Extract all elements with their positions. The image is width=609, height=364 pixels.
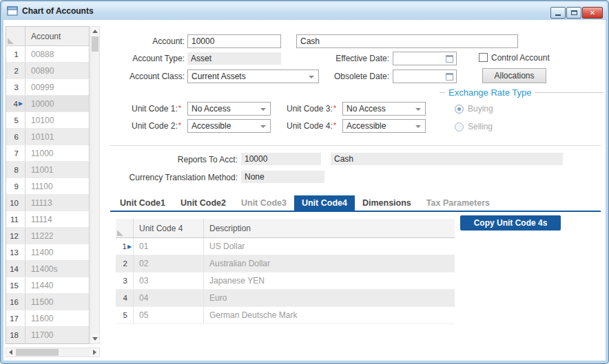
unit-code4-row[interactable]: 202Australian Dollar — [116, 255, 455, 272]
account-row[interactable]: 811001 — [6, 162, 89, 178]
description-cell[interactable]: Euro — [204, 290, 455, 306]
tab-unit-code4[interactable]: Unit Code4 — [294, 195, 355, 211]
account-number-cell[interactable]: 10000 — [25, 96, 89, 111]
account-number-cell[interactable]: 11100 — [25, 178, 89, 194]
accounts-column-header[interactable]: Account — [25, 27, 89, 45]
account-name-field[interactable]: Cash — [296, 34, 518, 48]
account-number-cell[interactable]: 11113 — [25, 195, 89, 211]
calendar-icon[interactable] — [446, 55, 453, 63]
account-number-cell[interactable]: 00890 — [25, 63, 89, 78]
unit-code-cell[interactable]: 03 — [134, 272, 204, 289]
account-row[interactable]: 911100 — [6, 178, 89, 195]
account-number-cell[interactable]: 11500 — [25, 294, 89, 310]
account-number-cell[interactable]: 10101 — [25, 129, 89, 144]
account-row[interactable]: 1111114 — [6, 211, 89, 228]
select-all-corner[interactable] — [116, 219, 134, 237]
obsolete-date-label: Obsolete Date: — [307, 72, 389, 81]
description-cell[interactable]: German Deutsche Mark — [204, 307, 455, 323]
effective-date-field[interactable] — [393, 52, 457, 65]
account-row[interactable]: 1311400 — [6, 244, 89, 261]
unit-code4-column-header[interactable]: Unit Code 4 — [134, 219, 204, 237]
account-row[interactable]: 1411400s — [6, 261, 89, 277]
select-all-corner[interactable] — [6, 27, 25, 45]
scroll-down-button[interactable] — [91, 334, 99, 343]
account-number-cell[interactable]: 10100 — [25, 112, 89, 128]
account-row[interactable]: 100888 — [6, 46, 89, 63]
account-row[interactable]: 510100 — [6, 112, 89, 129]
control-account-checkbox[interactable]: Control Account — [479, 52, 550, 63]
account-number-cell[interactable]: 11700 — [25, 327, 89, 343]
account-class-dropdown[interactable]: Current Assets — [187, 69, 319, 83]
tab-unit-code3[interactable]: Unit Code3 — [234, 195, 294, 211]
maximize-button[interactable] — [566, 7, 581, 19]
account-row[interactable]: 1211222 — [6, 228, 89, 244]
account-name-value: Cash — [300, 36, 320, 46]
tab-unit-code1[interactable]: Unit Code1 — [112, 195, 173, 211]
tab-unit-code2[interactable]: Unit Code2 — [173, 195, 234, 211]
account-number-cell[interactable]: 11400s — [25, 261, 89, 277]
required-marker: * — [178, 104, 181, 112]
accounts-horizontal-scrollbar[interactable] — [6, 347, 100, 357]
copy-unit-code-4s-button[interactable]: Copy Unit Code 4s — [460, 215, 561, 231]
account-number-cell[interactable]: 11440 — [25, 277, 89, 293]
unit-code-cell[interactable]: 01 — [134, 238, 204, 255]
row-number: 8 — [6, 162, 25, 178]
account-row[interactable]: 300999 — [6, 79, 89, 96]
account-number-cell[interactable]: 11600 — [25, 310, 89, 326]
horizontal-scrollbar-thumb[interactable] — [16, 349, 59, 356]
account-number-cell[interactable]: 11000 — [25, 145, 89, 161]
account-number-cell[interactable]: 00888 — [25, 46, 89, 62]
description-cell[interactable]: Japanese YEN — [204, 272, 455, 289]
close-button[interactable]: ✕ — [582, 7, 603, 19]
unit-code-4-dropdown[interactable]: Accessible — [342, 119, 426, 133]
unit-code4-row[interactable]: 505German Deutsche Mark — [116, 307, 455, 324]
reports-to-acct-name-text: Cash — [334, 154, 353, 164]
unit-code-cell[interactable]: 04 — [134, 290, 204, 306]
radio-buying[interactable]: Buying — [455, 104, 603, 114]
account-row[interactable]: 711000 — [6, 145, 89, 162]
unit-code4-row[interactable]: 1▶01US Dollar — [116, 238, 455, 255]
unit-code4-row[interactable]: 404Euro — [116, 290, 455, 307]
title-bar[interactable]: Chart of Accounts ✕ — [2, 2, 607, 20]
tab-tax-parameters[interactable]: Tax Parameters — [419, 195, 497, 211]
description-cell[interactable]: Australian Dollar — [204, 255, 455, 272]
calendar-icon[interactable] — [446, 73, 453, 81]
account-row[interactable]: 1011113 — [6, 195, 89, 211]
account-number-cell[interactable]: 11114 — [25, 211, 89, 227]
description-cell[interactable]: US Dollar — [204, 238, 455, 255]
account-number-cell[interactable]: 11222 — [25, 228, 89, 244]
minimize-button[interactable] — [550, 7, 566, 19]
account-code-field[interactable]: 10000 — [187, 34, 281, 48]
description-column-header[interactable]: Description — [204, 219, 455, 237]
account-row[interactable]: 1511440 — [6, 277, 89, 294]
account-row[interactable]: 1811700 — [6, 327, 89, 343]
unit-code-cell[interactable]: 05 — [134, 307, 204, 323]
unit-code-3-label: Unit Code 3:* — [255, 104, 336, 114]
unit-code-cell[interactable]: 02 — [134, 255, 204, 272]
account-row[interactable]: 1611500 — [6, 294, 89, 310]
account-number-cell[interactable]: 00999 — [25, 79, 89, 95]
account-row[interactable]: 4▶10000 — [6, 96, 89, 112]
reports-to-acct-code: 10000 — [241, 153, 321, 165]
unit-code-2-value: Accessible — [192, 121, 231, 131]
account-label: Account: — [86, 36, 185, 46]
scroll-up-button[interactable] — [91, 27, 99, 36]
row-number: 14 — [6, 261, 25, 277]
unit-code4-row[interactable]: 303Japanese YEN — [116, 272, 455, 290]
account-number-cell[interactable]: 11001 — [25, 162, 89, 178]
tab-dimensions[interactable]: Dimensions — [355, 195, 419, 211]
scroll-left-button[interactable] — [6, 348, 15, 356]
radio-selling[interactable]: Selling — [455, 122, 603, 131]
account-row[interactable]: 1711600 — [6, 310, 89, 327]
obsolete-date-field[interactable] — [393, 69, 457, 83]
minimize-icon — [555, 14, 561, 16]
account-row[interactable]: 610101 — [6, 129, 89, 145]
window-content: Account 1008882008903009994▶100005101006… — [3, 20, 606, 361]
effective-date-label: Effective Date: — [307, 54, 389, 63]
unit-code-3-dropdown[interactable]: No Access — [342, 102, 426, 116]
account-row[interactable]: 200890 — [6, 63, 89, 79]
allocations-button[interactable]: Allocations — [482, 68, 546, 83]
scroll-right-button[interactable] — [90, 348, 99, 356]
account-number-cell[interactable]: 11400 — [25, 244, 89, 260]
row-number: 16 — [6, 294, 25, 310]
